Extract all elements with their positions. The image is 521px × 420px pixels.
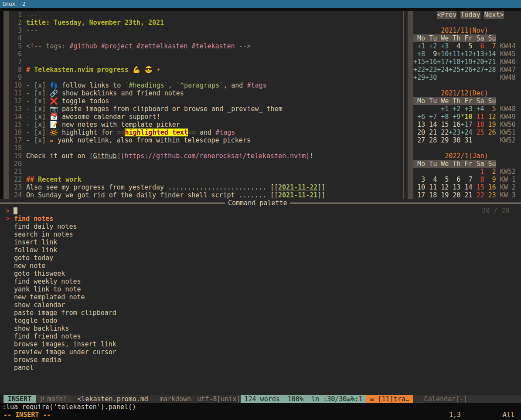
editor-line-text: - [x] 🔆 highlight for ==highlighted text… <box>26 129 235 136</box>
palette-item-label: browse media <box>14 356 61 364</box>
palette-item-label: find notes <box>14 215 53 223</box>
filetype-label: markdown <box>160 395 191 403</box>
command-palette: Command palette > 20 / 20 >find notesfin… <box>0 199 521 395</box>
calendar-line: <Prev Today Next> <box>413 11 516 19</box>
palette-title: Command palette <box>225 199 290 207</box>
palette-prompt-row[interactable]: > 20 / 20 <box>0 207 521 215</box>
result-counter: 20 / 20 <box>482 207 509 215</box>
palette-item[interactable]: insert link <box>0 238 521 246</box>
palette-item[interactable]: panel <box>0 364 521 372</box>
editor-line: 16- [x] 🔆 highlight for ==highlighted te… <box>9 129 325 136</box>
editor-line-text: --- <box>26 27 38 34</box>
calendar-nav-today-button[interactable]: Today <box>460 11 480 19</box>
calendar-line: Mo Tu We Th Fr Sa Su <box>413 97 516 105</box>
editor-line: 1--- <box>9 11 325 19</box>
calendar-line: +22+23+24+25+26+27+28 KW47 <box>413 66 516 74</box>
calendar-line: Mo Tu We Th Fr Sa Su <box>413 34 516 42</box>
line-number: 2 <box>9 19 22 27</box>
palette-item[interactable]: >find notes <box>0 215 521 223</box>
editor-line-text: <!-- tags: #github #project #zettelkaste… <box>26 42 251 50</box>
palette-item[interactable]: paste image from clipboard <box>0 309 521 317</box>
calendar-nav-next-button[interactable]: Next> <box>484 11 504 19</box>
line-number: 11 <box>9 89 22 97</box>
palette-item-label: preview image under cursor <box>14 348 116 356</box>
palette-item-label: new note <box>14 262 45 270</box>
window-separator <box>403 11 404 199</box>
palette-item-label: paste image from clipboard <box>14 309 116 317</box>
palette-item[interactable]: browse images, insert link <box>0 340 521 348</box>
line-number: 8 <box>9 66 22 74</box>
calendar-line: 20 21 22+23+24 25 26 KW51 <box>413 129 516 136</box>
palette-item[interactable]: goto today <box>0 254 521 262</box>
separator-line-left <box>0 203 225 203</box>
palette-item[interactable]: new templated note <box>0 293 521 301</box>
line-number: 4 <box>9 34 22 42</box>
palette-item[interactable]: find friend notes <box>0 332 521 340</box>
palette-item-label: find friend notes <box>14 332 81 340</box>
palette-item[interactable]: browse media <box>0 356 521 364</box>
editor-line: 5<!-- tags: #github #project #zettelkast… <box>9 42 325 50</box>
palette-item[interactable]: search in notes <box>0 230 521 238</box>
encoding-label: utf-8[unix] <box>197 395 240 403</box>
editor-sign-column <box>3 11 9 199</box>
line-number: 12 <box>9 97 22 105</box>
palette-item-label: search in notes <box>14 230 73 238</box>
line-number: 7 <box>9 58 22 66</box>
editor-line-text: - [x] ✏ yank notelink, also from within … <box>26 136 251 144</box>
palette-item[interactable]: goto thisweek <box>0 270 521 278</box>
editor-line-text: - [x] 👣 follow links to `#headings`, `^p… <box>26 81 267 89</box>
line-number: 18 <box>9 144 22 152</box>
tmux-title: tmux -2 <box>2 0 26 7</box>
editor-line: 20 <box>9 160 325 168</box>
palette-separator: Command palette <box>0 199 521 207</box>
editor-line-text: # Telekasten.nvim progress 💪 😎 ⚡ <box>26 66 160 74</box>
palette-item[interactable]: toggle todo <box>0 317 521 325</box>
insert-mode-text: -- INSERT -- <box>3 411 51 419</box>
line-number: 16 <box>9 129 22 136</box>
calendar-line: 2021/12(Dec) <box>413 89 516 97</box>
calendar-line: +29+30 KW48 <box>413 74 516 81</box>
git-branch-segment[interactable]: main! <box>36 395 71 403</box>
editor-line: 12- [x] ❌ toggle todos <box>9 97 325 105</box>
terminal-left-padding <box>0 11 3 199</box>
editor-line: 7 <box>9 58 325 66</box>
editor-line-text: - [x] 🔗 show backlinks and friend notes <box>26 89 184 97</box>
palette-item[interactable]: show calendar <box>0 301 521 309</box>
statusline-edge <box>0 395 3 403</box>
palette-item-label: panel <box>14 364 34 372</box>
calendar-line: 13 14 15 16+17 18 19 KW50 <box>413 121 516 129</box>
palette-item[interactable]: find weekly notes <box>0 278 521 285</box>
palette-item[interactable]: follow link <box>0 246 521 254</box>
editor-pane[interactable]: 1---2title: Tuesday, November 23th, 2021… <box>9 11 325 199</box>
calendar-nav-prev-button[interactable]: <Prev <box>437 11 456 19</box>
line-number: 24 <box>9 191 22 199</box>
editor-line-text: ## Recent work <box>26 176 81 183</box>
palette-item[interactable]: yank link to note <box>0 285 521 293</box>
editor-line: 15- [x] 📝 new notes with template picker <box>9 121 325 129</box>
calendar-line: 27 28 29 30 31 KW52 <box>413 136 516 144</box>
line-number: 13 <box>9 105 22 113</box>
calendar-line: +1 +2 +3 4 5 6 7 KW44 <box>413 42 516 50</box>
calendar-pane[interactable]: <Prev Today Next> 2021/11(Nov) Mo Tu We … <box>413 11 516 199</box>
editor-line: 24On Sunday we got rid of the daily find… <box>9 191 325 199</box>
palette-item[interactable]: preview image under cursor <box>0 348 521 356</box>
calendar-line: 1 2 KW52 <box>413 168 516 176</box>
line-number: 9 <box>9 74 22 81</box>
mode-indicator: INSERT <box>3 395 36 403</box>
calendar-line <box>413 144 516 152</box>
palette-results-list: >find notesfind daily notessearch in not… <box>0 215 521 372</box>
line-number: 10 <box>9 81 22 89</box>
palette-item[interactable]: show backlinks <box>0 325 521 332</box>
editor-line-text: - [x] 📷 paste images from clipboard or b… <box>26 105 283 113</box>
line-number: 15 <box>9 121 22 129</box>
palette-item[interactable]: find daily notes <box>0 223 521 230</box>
command-line[interactable]: :lua require('telekasten').panel() <box>0 403 521 411</box>
line-number: 3 <box>9 27 22 34</box>
calendar-line: 2022/1(Jan) <box>413 152 516 160</box>
git-branch-label: main! <box>47 395 67 403</box>
editor-line-text: - [x] 📝 new notes with template picker <box>26 121 180 129</box>
buffer-segment[interactable]: ≡ [11]tra… <box>366 395 412 403</box>
editor-line: 22## Recent work <box>9 176 325 183</box>
palette-item[interactable]: new note <box>0 262 521 270</box>
editor-line: 4 <box>9 34 325 42</box>
